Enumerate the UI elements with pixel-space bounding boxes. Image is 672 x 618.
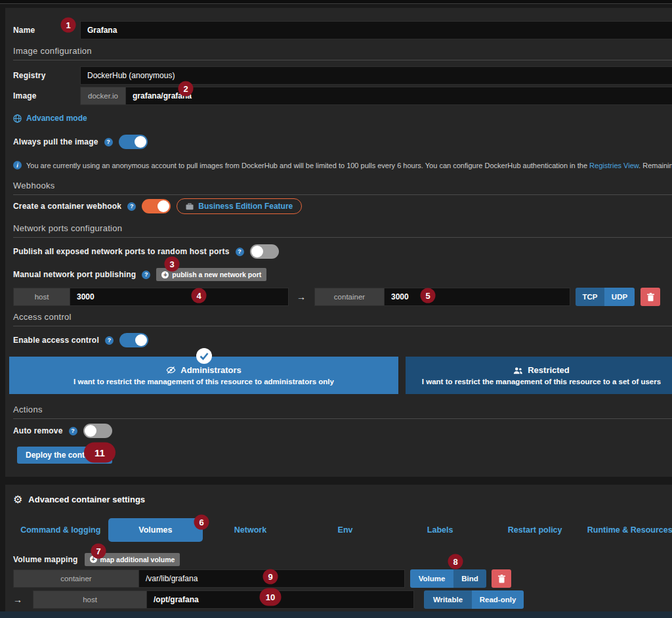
volume-container-addon: container [13,569,138,588]
trash-icon [647,293,654,301]
container-port-input[interactable]: 3000 [384,288,570,306]
users-icon [513,366,523,374]
registry-label: Registry [13,71,80,80]
help-icon[interactable]: ? [127,202,136,211]
help-icon[interactable]: ? [142,271,150,279]
name-input[interactable]: Grafana [80,21,672,39]
gear-icon: ⚙ [13,495,22,504]
advanced-mode-label: Advanced mode [26,114,87,123]
access-control-options: Administrators I want to restrict the ma… [9,357,672,394]
restricted-option[interactable]: Restricted I want to restrict the manage… [406,357,672,394]
notice-text: You are currently using an anonymous acc… [26,162,672,169]
tab-restart-policy[interactable]: Restart policy [488,518,583,542]
window-top-bar [0,0,672,4]
auto-remove-label: Auto remove [13,426,63,435]
restricted-description: I want to restrict the management of thi… [422,378,661,386]
annotation-badge-7: 7 [91,544,106,559]
annotation-badge-2: 2 [178,81,194,97]
advanced-settings-title: Advanced container settings [28,495,145,504]
tcp-button[interactable]: TCP [576,288,604,306]
annotation-badge-3: 3 [165,257,180,272]
annotation-badge-5: 5 [421,288,436,303]
help-icon[interactable]: ? [69,427,77,435]
eye-slash-icon [166,366,176,374]
advanced-settings-tabs: Command & logging Volumes Network Env La… [13,518,672,542]
writable-button[interactable]: Writable [424,590,472,609]
access-control-toggle[interactable] [119,333,148,347]
manual-publishing-label: Manual network port publishing [13,270,136,279]
auto-remove-toggle[interactable] [83,424,112,438]
image-registry-addon: docker.io [80,87,125,105]
volume-host-addon: host [33,590,146,609]
image-label: Image [13,91,80,100]
tab-labels[interactable]: Labels [392,518,488,542]
info-icon: i [13,161,22,169]
volume-type-button[interactable]: Volume [410,569,453,588]
publish-all-toggle[interactable] [250,244,279,259]
annotation-badge-11: 11 [84,443,116,463]
section-access-control: Access control [13,312,672,326]
create-container-form: Name Grafana Image configuration Registr… [5,8,672,477]
publish-all-label: Publish all exposed network ports to ran… [13,247,230,256]
annotation-badge-9: 9 [263,569,278,585]
registry-select[interactable]: DockerHub (anonymous) [80,66,672,85]
briefcase-icon [186,203,194,210]
administrators-description: I want to restrict the management of thi… [74,378,334,386]
arrow-right-icon: → [297,292,306,302]
bind-type-button[interactable]: Bind [453,569,486,588]
globe-icon [13,114,22,123]
host-port-input[interactable]: 3000 [70,288,289,306]
port-mapping-row: host 3000 → container 3000 TCP UDP [13,288,672,306]
help-icon[interactable]: ? [236,248,244,256]
trash-icon [498,575,505,583]
tab-volumes[interactable]: Volumes [108,518,203,542]
help-icon[interactable]: ? [105,336,114,345]
volume-mapping-label: Volume mapping [13,555,78,564]
annotation-badge-10: 10 [260,588,282,606]
annotation-badge-1: 1 [61,18,76,33]
restricted-title: Restricted [528,365,570,375]
business-edition-badge: Business Edition Feature [177,198,302,214]
plus-circle-icon: + [161,271,169,278]
section-actions: Actions [13,405,672,419]
enable-access-control-label: Enable access control [13,336,99,345]
selected-check-icon [196,347,213,367]
image-input[interactable]: grafana/grafana [125,87,672,105]
advanced-mode-link[interactable]: Advanced mode [13,114,672,123]
always-pull-toggle[interactable] [119,135,148,149]
read-only-button[interactable]: Read-only [472,590,524,609]
annotation-badge-6: 6 [194,515,209,530]
delete-volume-button[interactable] [492,569,511,588]
help-icon[interactable]: ? [104,138,113,146]
always-pull-label: Always pull the image [13,137,98,146]
administrators-option[interactable]: Administrators I want to restrict the ma… [9,357,398,394]
volume-host-row: → host /opt/grafana Writable Read-only [13,590,672,609]
host-port-addon: host [13,288,70,306]
container-port-addon: container [314,288,384,306]
section-webhooks: Webhooks [13,181,672,195]
registries-view-link[interactable]: Registries View [589,162,639,169]
next-panel-edge [0,611,672,618]
section-image-configuration: Image configuration [13,46,672,60]
tab-network[interactable]: Network [203,518,298,542]
arrow-right-icon: → [13,594,22,605]
annotation-badge-4: 4 [192,288,207,303]
tab-env[interactable]: Env [298,518,393,542]
section-network-ports: Network ports configuration [13,223,672,238]
volume-container-row: container /var/lib/grafana Volume Bind [13,569,672,588]
udp-button[interactable]: UDP [604,288,635,306]
tab-command-logging[interactable]: Command & logging [13,518,108,542]
dockerhub-pull-notice: i You are currently using an anonymous a… [13,161,672,169]
delete-port-button[interactable] [640,288,660,306]
webhook-toggle[interactable] [142,199,171,213]
tab-runtime-resources[interactable]: Runtime & Resources [582,518,672,542]
annotation-badge-8: 8 [448,554,463,569]
webhook-label: Create a container webhook [13,202,121,211]
